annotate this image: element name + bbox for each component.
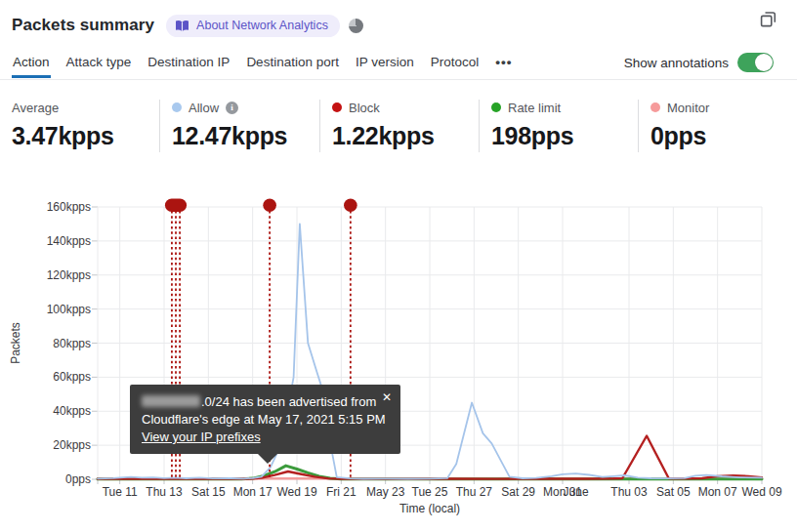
info-icon[interactable]: i: [226, 102, 238, 114]
stats-row: Average3.47kppsAllowi12.47kppsBlock1.22k…: [0, 98, 797, 156]
stat-rate-limit: Rate limit198pps: [491, 100, 573, 150]
stat-label: Average: [12, 101, 59, 115]
annotation-dot[interactable]: [263, 198, 276, 212]
stat-monitor: Monitor0pps: [650, 100, 709, 150]
x-tick-label: Wed 19: [276, 485, 316, 499]
tooltip-line-2: Cloudflare's edge at May 17, 2021 5:15 P…: [142, 411, 389, 429]
packets-chart: 0pps20kpps40kpps60kpps80kpps100kpps120kp…: [0, 181, 797, 532]
stat-divider: [638, 100, 639, 152]
stat-allow: Allowi12.47kpps: [172, 100, 287, 150]
y-tick-label: 160kpps: [47, 200, 91, 214]
tab-attack-type[interactable]: Attack type: [65, 49, 133, 78]
legend-dot-monitor: [650, 102, 660, 112]
y-tick-label: 60kpps: [53, 370, 91, 384]
tab-destination-port[interactable]: Destination port: [245, 49, 340, 78]
stat-label: Rate limit: [508, 101, 561, 115]
tab-ip-version[interactable]: IP version: [355, 49, 415, 78]
stat-block: Block1.22kpps: [332, 100, 435, 150]
tab-list: ActionAttack typeDestination IPDestinati…: [12, 49, 513, 78]
panel-header: Packets summary About Network Analytics: [12, 12, 785, 39]
x-tick-label: Tue 11: [103, 485, 138, 499]
x-tick-label: Mon 17: [233, 485, 273, 499]
stat-divider: [479, 100, 480, 152]
stat-value: 198pps: [491, 122, 573, 150]
stat-divider: [159, 100, 160, 152]
show-annotations-control: Show annotations: [624, 53, 774, 72]
show-annotations-toggle[interactable]: [737, 53, 774, 72]
y-tick-label: 20kpps: [53, 438, 91, 452]
x-tick-label: Thu 27: [456, 485, 493, 499]
tabs-row: ActionAttack typeDestination IPDestinati…: [0, 49, 797, 80]
tab-destination-ip[interactable]: Destination IP: [147, 49, 231, 78]
annotation-dot-group[interactable]: [165, 199, 187, 213]
stat-divider: [319, 100, 320, 152]
tab-action[interactable]: Action: [12, 49, 51, 78]
redacted-ip-prefix: [142, 395, 200, 407]
legend-dot-rate-limit: [491, 102, 501, 112]
toggle-knob: [755, 54, 773, 71]
stat-average: Average3.47kpps: [12, 100, 114, 150]
x-tick-label: May 23: [366, 485, 405, 499]
x-tick-label: Thu 03: [610, 485, 648, 499]
show-annotations-label: Show annotations: [624, 56, 729, 70]
x-tick-label: Wed 09: [741, 485, 781, 499]
packets-summary-panel: Packets summary About Network Analytics …: [0, 0, 797, 532]
annotation-tooltip: .0/24 has been advertised from Cloudflar…: [130, 385, 400, 454]
tooltip-close-icon[interactable]: ✕: [382, 389, 392, 406]
legend-dot-allow: [172, 102, 182, 112]
page-title: Packets summary: [12, 16, 154, 35]
x-axis-title: Time (local): [399, 502, 460, 515]
x-tick-label: Sat 29: [501, 485, 535, 499]
stat-label: Monitor: [667, 101, 709, 115]
x-tick-label: Sat 05: [656, 485, 691, 499]
tab-protocol[interactable]: Protocol: [430, 49, 481, 78]
legend-dot-block: [332, 102, 342, 112]
stat-label: Block: [349, 101, 380, 115]
pie-icon[interactable]: [349, 19, 363, 33]
stat-value: 1.22kpps: [332, 122, 435, 150]
book-icon: [175, 20, 189, 32]
chart-svg: 0pps20kpps40kpps60kpps80kpps100kpps120kp…: [0, 181, 797, 532]
x-tick-label: Fri 21: [326, 485, 357, 499]
copy-icon[interactable]: [759, 10, 777, 32]
y-axis-title: Packets: [9, 322, 22, 364]
x-tick-label: Mon 07: [698, 485, 737, 499]
x-tick-label: Thu 13: [146, 485, 183, 499]
tab-more[interactable]: •••: [494, 49, 513, 78]
tooltip-line-1: .0/24 has been advertised from: [142, 393, 389, 411]
tooltip-arrow: [258, 454, 277, 464]
view-ip-prefixes-link[interactable]: View your IP prefixes: [142, 430, 261, 444]
stat-value: 12.47kpps: [172, 122, 287, 150]
badge-label: About Network Analytics: [196, 19, 328, 32]
y-tick-label: 100kpps: [47, 303, 91, 316]
stat-label: Allow: [189, 101, 219, 115]
about-network-analytics-badge[interactable]: About Network Analytics: [166, 15, 340, 37]
stat-value: 3.47kpps: [12, 122, 114, 150]
x-tick-label: Tue 25: [412, 485, 448, 499]
y-tick-label: 40kpps: [53, 404, 91, 418]
y-tick-label: 80kpps: [53, 337, 91, 350]
y-tick-label: 0pps: [65, 472, 91, 486]
x-tick-label: June: [564, 485, 589, 499]
y-tick-label: 120kpps: [47, 268, 91, 282]
annotation-dot[interactable]: [344, 198, 357, 212]
stat-value: 0pps: [650, 122, 709, 150]
y-tick-label: 140kpps: [47, 234, 91, 248]
x-tick-label: Sat 15: [191, 485, 226, 499]
